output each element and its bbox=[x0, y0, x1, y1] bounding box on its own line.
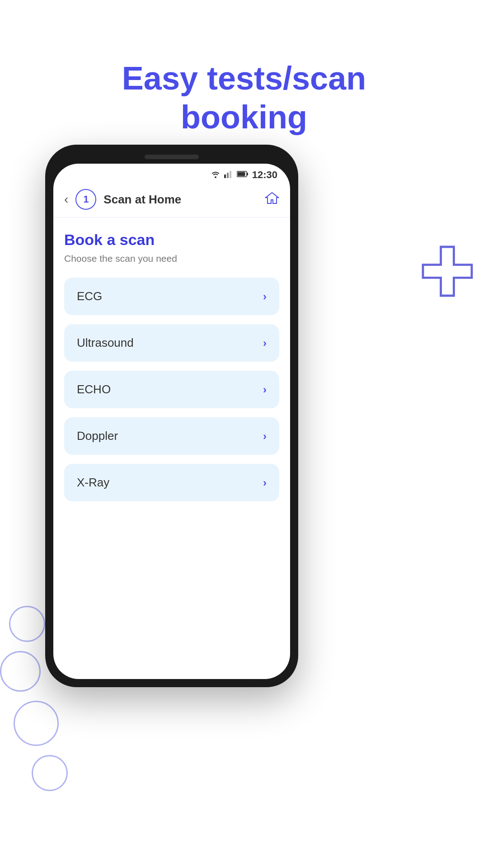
phone-notch bbox=[53, 153, 290, 161]
nav-left: ‹ 1 Scan at Home bbox=[64, 189, 181, 210]
back-button[interactable]: ‹ bbox=[64, 192, 68, 207]
nav-title: Scan at Home bbox=[103, 193, 181, 207]
page-title: Easy tests/scan booking bbox=[0, 0, 488, 164]
step-badge: 1 bbox=[75, 189, 96, 210]
scan-option-xray-arrow: › bbox=[263, 476, 267, 489]
deco-circle-1 bbox=[9, 606, 45, 642]
top-nav: ‹ 1 Scan at Home bbox=[53, 184, 290, 217]
svg-rect-5 bbox=[237, 172, 245, 176]
deco-circle-2 bbox=[0, 651, 41, 692]
scan-option-xray[interactable]: X-Ray › bbox=[64, 464, 279, 501]
svg-rect-1 bbox=[227, 173, 229, 178]
scan-option-echo-label: ECHO bbox=[77, 382, 111, 396]
svg-rect-4 bbox=[247, 173, 248, 175]
status-time: 12:30 bbox=[252, 169, 277, 181]
status-icons: 12:30 bbox=[211, 169, 277, 181]
scan-option-doppler-label: Doppler bbox=[77, 429, 118, 443]
status-bar: 12:30 bbox=[53, 164, 290, 184]
home-button[interactable] bbox=[265, 191, 279, 208]
scan-option-xray-label: X-Ray bbox=[77, 476, 109, 490]
content-area: Book a scan Choose the scan you need ECG… bbox=[53, 217, 290, 679]
section-title: Book a scan bbox=[64, 231, 279, 249]
section-subtitle: Choose the scan you need bbox=[64, 253, 279, 264]
scan-option-ultrasound-label: Ultrasound bbox=[77, 336, 134, 350]
svg-rect-2 bbox=[230, 171, 231, 178]
svg-rect-0 bbox=[224, 175, 226, 178]
scan-option-ultrasound-arrow: › bbox=[263, 337, 267, 349]
scan-option-doppler-arrow: › bbox=[263, 430, 267, 443]
scan-option-ultrasound[interactable]: Ultrasound › bbox=[64, 324, 279, 362]
decorative-cross bbox=[420, 244, 474, 298]
deco-circle-4 bbox=[32, 755, 68, 791]
scan-option-ecg-label: ECG bbox=[77, 289, 102, 303]
wifi-icon bbox=[211, 170, 221, 180]
scan-option-ecg-arrow: › bbox=[263, 290, 267, 303]
scan-option-echo-arrow: › bbox=[263, 383, 267, 396]
signal-icon bbox=[224, 170, 233, 180]
phone-frame: 12:30 ‹ 1 Scan at Home Book a scan Choos… bbox=[45, 145, 298, 687]
scan-option-ecg[interactable]: ECG › bbox=[64, 278, 279, 315]
deco-circle-3 bbox=[14, 701, 59, 746]
phone-screen: 12:30 ‹ 1 Scan at Home Book a scan Choos… bbox=[53, 164, 290, 679]
battery-icon bbox=[237, 170, 249, 179]
scan-option-echo[interactable]: ECHO › bbox=[64, 371, 279, 408]
scan-option-doppler[interactable]: Doppler › bbox=[64, 417, 279, 455]
